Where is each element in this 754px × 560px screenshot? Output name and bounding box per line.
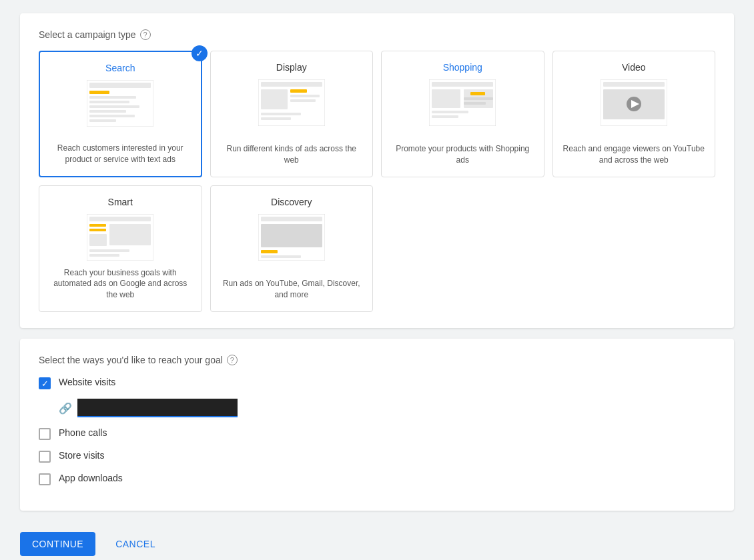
svg-rect-21: [470, 92, 485, 95]
phone-calls-checkbox-wrapper[interactable]: [39, 428, 51, 440]
empty-slot-1: [381, 185, 544, 312]
video-illustration: [601, 79, 667, 126]
display-card-title: Display: [276, 62, 307, 73]
smart-card-desc: Reach your business goals with automated…: [47, 267, 194, 301]
campaign-type-title: Select a campaign type: [39, 29, 136, 40]
page-wrapper: Select a campaign type ? ✓ Search: [0, 0, 754, 524]
svg-rect-4: [89, 101, 129, 103]
svg-rect-25: [432, 115, 458, 118]
cancel-button[interactable]: CANCEL: [106, 532, 165, 556]
selected-checkmark: ✓: [192, 45, 208, 61]
svg-rect-16: [261, 117, 291, 120]
shopping-card-title: Shopping: [443, 62, 482, 73]
svg-rect-42: [261, 250, 278, 253]
campaign-card-display[interactable]: Display Run different kinds of ads acros…: [210, 51, 374, 177]
campaign-card-video[interactable]: Video Reach and engage viewers on YouTub…: [552, 51, 716, 177]
smart-card-title: Smart: [108, 197, 133, 207]
svg-rect-10: [261, 82, 322, 87]
campaign-card-discovery[interactable]: Discovery Run ads on YouTube, Gmail, Dis…: [210, 185, 374, 312]
goal-item-phone-calls: Phone calls: [39, 427, 715, 440]
display-card-desc: Run different kinds of ads across the we…: [219, 143, 365, 166]
website-visits-label: Website visits: [59, 376, 115, 387]
svg-rect-13: [290, 95, 320, 97]
website-visits-checkbox[interactable]: ✓: [39, 377, 51, 389]
svg-rect-1: [89, 83, 151, 88]
campaign-grid-row1: ✓ Search Reach c: [39, 51, 715, 177]
svg-rect-41: [261, 224, 322, 247]
svg-rect-32: [89, 217, 151, 221]
website-visits-checkbox-wrapper[interactable]: ✓: [39, 377, 51, 389]
svg-rect-6: [89, 110, 126, 113]
svg-rect-8: [89, 119, 116, 122]
app-downloads-label: App downloads: [59, 472, 123, 483]
svg-rect-2: [89, 91, 109, 94]
svg-rect-19: [432, 89, 460, 108]
store-visits-checkbox[interactable]: [39, 451, 51, 463]
continue-button[interactable]: CONTINUE: [20, 532, 95, 556]
url-input-row: 🔗: [59, 399, 715, 417]
goal-item-app-downloads: App downloads: [39, 472, 715, 485]
campaign-type-card: Select a campaign type ? ✓ Search: [20, 13, 734, 328]
svg-rect-34: [89, 229, 106, 231]
svg-rect-7: [89, 115, 135, 117]
svg-rect-3: [89, 96, 136, 99]
svg-rect-12: [290, 89, 307, 93]
bottom-bar: CONTINUE CANCEL: [0, 524, 754, 560]
app-downloads-checkbox[interactable]: [39, 473, 51, 485]
goal-title: Select the ways you'd like to reach your…: [39, 355, 223, 365]
display-illustration: [258, 79, 325, 126]
svg-rect-27: [603, 82, 665, 87]
smart-illustration: [87, 214, 153, 261]
video-card-desc: Reach and engage viewers on YouTube and …: [561, 143, 707, 166]
campaign-type-help-icon[interactable]: ?: [140, 29, 151, 40]
checkmark: ✓: [41, 379, 49, 388]
goal-label: Select the ways you'd like to reach your…: [39, 355, 715, 365]
store-visits-label: Store visits: [59, 449, 104, 461]
search-illustration: [87, 80, 153, 127]
link-icon: 🔗: [59, 402, 72, 415]
app-downloads-checkbox-wrapper[interactable]: [39, 473, 51, 485]
goal-help-icon[interactable]: ?: [227, 355, 238, 365]
svg-rect-36: [89, 234, 107, 246]
search-card-desc: Reach customers interested in your produ…: [48, 143, 193, 165]
store-visits-checkbox-wrapper[interactable]: [39, 451, 51, 463]
svg-rect-37: [89, 249, 129, 252]
empty-slot-2: [552, 185, 716, 312]
goal-item-website-visits: ✓ Website visits: [39, 376, 715, 389]
discovery-card-desc: Run ads on YouTube, Gmail, Discover, and…: [219, 278, 365, 301]
search-card-title: Search: [105, 63, 135, 73]
goal-card: Select the ways you'd like to reach your…: [20, 339, 734, 511]
svg-rect-14: [290, 99, 316, 102]
discovery-illustration: [258, 214, 325, 261]
svg-rect-18: [432, 82, 493, 87]
svg-rect-11: [261, 89, 288, 109]
goal-item-store-visits: Store visits: [39, 449, 715, 463]
svg-rect-23: [464, 102, 486, 105]
shopping-card-desc: Promote your products with Shopping ads: [390, 143, 536, 166]
campaign-card-search[interactable]: ✓ Search Reach c: [39, 51, 202, 177]
discovery-card-title: Discovery: [271, 197, 312, 207]
svg-rect-15: [261, 113, 301, 115]
svg-rect-35: [109, 224, 151, 245]
svg-rect-33: [89, 224, 106, 227]
campaign-card-shopping[interactable]: Shopping Promote your products with: [381, 51, 544, 177]
campaign-type-label: Select a campaign type ?: [39, 29, 715, 40]
campaign-card-smart[interactable]: Smart Reach your business goals with aut…: [39, 185, 202, 312]
campaign-grid-row2: Smart Reach your business goals with aut…: [39, 185, 715, 312]
svg-rect-38: [89, 254, 119, 257]
svg-rect-40: [261, 217, 322, 221]
svg-rect-22: [464, 97, 493, 100]
website-url-input[interactable]: [77, 399, 238, 417]
shopping-illustration: [429, 79, 496, 126]
video-card-title: Video: [622, 62, 646, 73]
phone-calls-label: Phone calls: [59, 427, 107, 438]
phone-calls-checkbox[interactable]: [39, 428, 51, 440]
svg-rect-43: [261, 255, 301, 258]
svg-rect-5: [89, 105, 139, 108]
svg-rect-24: [432, 111, 468, 113]
